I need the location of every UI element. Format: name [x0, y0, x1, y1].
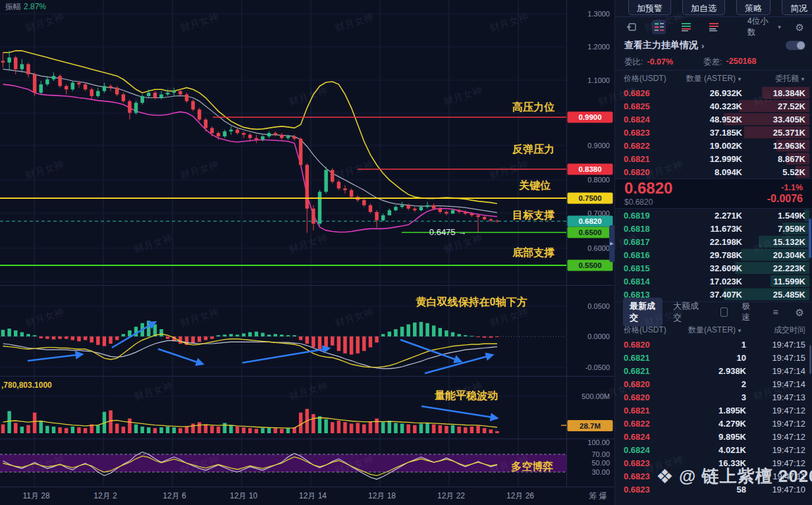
profile-button[interactable]: 简况: [782, 0, 812, 15]
trade-row[interactable]: 0.6823 16.33K19:47:12: [615, 456, 812, 469]
svg-text:12月 18: 12月 18: [368, 491, 396, 500]
panel-collapse-handle[interactable]: ▶: [609, 225, 614, 262]
weibi-label: 委比:: [624, 57, 643, 68]
bid-row[interactable]: 0.6818 11.673K7.959K: [615, 222, 812, 235]
col-amount[interactable]: 委托额▼: [742, 73, 805, 84]
window-return-icon[interactable]: [624, 20, 639, 34]
trade-row[interactable]: 0.6821 2.938K19:47:14: [615, 364, 812, 377]
ask-row[interactable]: 0.6821 12.999K8.867K: [615, 152, 812, 165]
svg-text:0.5500: 0.5500: [578, 261, 601, 269]
orderbook-header: 价格(USDT) 数量 (ASTER)▼ 委托额▼: [615, 70, 812, 86]
tab-large-trades[interactable]: 大额成交: [673, 300, 699, 324]
svg-text:0.7000: 0.7000: [587, 209, 610, 217]
last-price: 0.6820: [624, 180, 672, 196]
bid-row[interactable]: 0.6815 32.609K22.223K: [615, 261, 812, 275]
ask-row[interactable]: 0.6826 26.932K18.384K: [615, 86, 812, 99]
price-axis: 0.6000: [587, 244, 610, 252]
svg-text:70.00: 70.00: [591, 450, 610, 458]
ask-row[interactable]: 0.6822 19.002K12.963K: [615, 139, 812, 152]
svg-text:11月 28: 11月 28: [22, 491, 49, 500]
svg-text:50.00: 50.00: [591, 459, 610, 467]
trade-row[interactable]: 0.6820 219:47:14: [615, 377, 812, 390]
trade-row[interactable]: 0.6824 4.021K19:47:12: [615, 443, 812, 456]
add-watchlist-button[interactable]: 加自选: [682, 0, 725, 15]
view-main-orders-link[interactable]: 查看主力挂单情况: [624, 40, 698, 51]
book-sell-side-icon[interactable]: [707, 20, 721, 34]
price-axis: 0.7000: [587, 209, 610, 217]
last-price-strip: 0.6820 $0.6820 -1.1% -0.0076: [615, 178, 812, 209]
trades-scrollbar[interactable]: [809, 345, 811, 374]
svg-text:12月 2: 12月 2: [94, 491, 117, 500]
trade-row[interactable]: 0.6823 19:47:11: [615, 469, 812, 483]
chevron-down-icon: ▼: [777, 24, 782, 30]
trade-list: 0.6820 119:47:150.6821 1019:47:150.6821 …: [615, 338, 812, 496]
trade-row[interactable]: 0.6824 9.895K19:47:12: [615, 430, 812, 443]
book-both-sides-icon[interactable]: [652, 20, 666, 34]
fast-mode-checkbox[interactable]: [720, 307, 728, 317]
trade-row[interactable]: 0.6823 5819:47:10: [615, 483, 812, 496]
svg-text:30.00: 30.00: [591, 468, 610, 476]
trade-row[interactable]: 0.6821 1019:47:15: [615, 351, 812, 364]
svg-text:12月 6: 12月 6: [163, 491, 186, 500]
kline-chart[interactable]: 0.99000.83800.75000.68200.65000.55001.30…: [0, 0, 614, 505]
weibi-value: -0.07%: [647, 57, 673, 66]
bid-ask-stats: 委比: -0.07% 委差: -250168: [615, 54, 812, 70]
trade-row[interactable]: 0.6821 1.895K19:47:12: [615, 404, 812, 417]
orderbook-toolbar: 4位小数▼ ⚙: [615, 17, 812, 37]
trades-header: 价格(USDT) 数量(ASTER)▼ 成交时间: [615, 322, 812, 338]
svg-text:0.7500: 0.7500: [578, 194, 601, 202]
bid-row[interactable]: 0.6814 17.023K11.599K: [615, 275, 812, 288]
main-orders-toggle[interactable]: [786, 41, 805, 50]
tab-latest-trades[interactable]: 最新成交: [623, 298, 663, 327]
svg-text:28.7M: 28.7M: [580, 422, 601, 430]
svg-text:12月 26: 12月 26: [506, 491, 534, 500]
strategy-button[interactable]: 策略: [736, 0, 771, 15]
top-button-row: 加预警 加自选 策略 简况: [615, 0, 812, 17]
orderbook-scrollbar[interactable]: [809, 219, 811, 258]
trades-gear-icon[interactable]: ⚙: [796, 307, 804, 317]
bid-row[interactable]: 0.6817 22.198K15.132K: [615, 235, 812, 248]
last-price-usd: $0.6820: [624, 198, 672, 207]
ask-list: 0.6826 26.932K18.384K 0.6825 40.323K27.5…: [615, 86, 812, 178]
decimal-precision-dropdown[interactable]: 4位小数▼: [747, 16, 782, 38]
svg-text:0.9900: 0.9900: [578, 113, 601, 121]
svg-text:2.87%: 2.87%: [24, 2, 46, 11]
amplitude-label: 振幅2.87%: [5, 2, 46, 11]
svg-text:底部支撑: 底部支撑: [512, 246, 555, 258]
svg-text:12月 22: 12月 22: [437, 491, 465, 500]
svg-text:0.6500: 0.6500: [578, 228, 601, 236]
svg-text:1.2000: 1.2000: [587, 43, 610, 51]
add-alert-button[interactable]: 加预警: [628, 0, 671, 15]
svg-text:0.0500: 0.0500: [587, 302, 610, 310]
ask-row[interactable]: 0.6820 8.094K5.52K: [615, 165, 812, 178]
price-axis: 1.2000: [587, 43, 610, 51]
trade-row[interactable]: 0.6820 319:47:13: [615, 390, 812, 404]
col-trade-qty[interactable]: 数量(ASTER)▼: [675, 325, 742, 336]
change-percent: -1.1%: [767, 183, 803, 192]
ask-row[interactable]: 0.6824 48.952K33.405K: [615, 113, 812, 126]
ask-row[interactable]: 0.6823 37.185K25.371K: [615, 126, 812, 139]
svg-text:高压力位: 高压力位: [512, 101, 555, 113]
svg-text:1.3000: 1.3000: [587, 10, 610, 18]
bid-row[interactable]: 0.6816 29.788K20.304K: [615, 248, 812, 261]
time-axis: 11月 2812月 212月 612月 1012月 1412月 1812月 22…: [22, 491, 607, 500]
change-absolute: -0.0076: [767, 193, 803, 205]
svg-text:筹 爆: 筹 爆: [589, 491, 607, 500]
book-buy-side-icon[interactable]: [679, 20, 693, 34]
list-settings-icon[interactable]: ≡: [772, 307, 778, 317]
bid-row[interactable]: 0.6813 37.407K25.485K: [615, 288, 812, 301]
svg-text:0.6820: 0.6820: [578, 217, 601, 225]
trading-app: 0.99000.83800.75000.68200.65000.55001.30…: [0, 0, 812, 505]
trade-row[interactable]: 0.6822 4.279K19:47:12: [615, 417, 812, 430]
svg-text:多空博弈: 多空博弈: [511, 460, 553, 472]
fast-mode-label: 极速: [742, 301, 754, 323]
ask-row[interactable]: 0.6825 40.323K27.52K: [615, 99, 812, 113]
trade-row[interactable]: 0.6820 119:47:15: [615, 338, 812, 351]
bid-row[interactable]: 0.6819 2.271K1.549K: [615, 209, 812, 222]
svg-text:量能平稳波动: 量能平稳波动: [434, 390, 498, 401]
svg-text:0.6000: 0.6000: [587, 244, 610, 252]
col-qty[interactable]: 数量 (ASTER)▼: [675, 73, 742, 84]
gear-icon[interactable]: ⚙: [796, 22, 804, 32]
price-axis: 1.3000: [587, 10, 610, 18]
col-price: 价格(USDT): [624, 73, 675, 84]
